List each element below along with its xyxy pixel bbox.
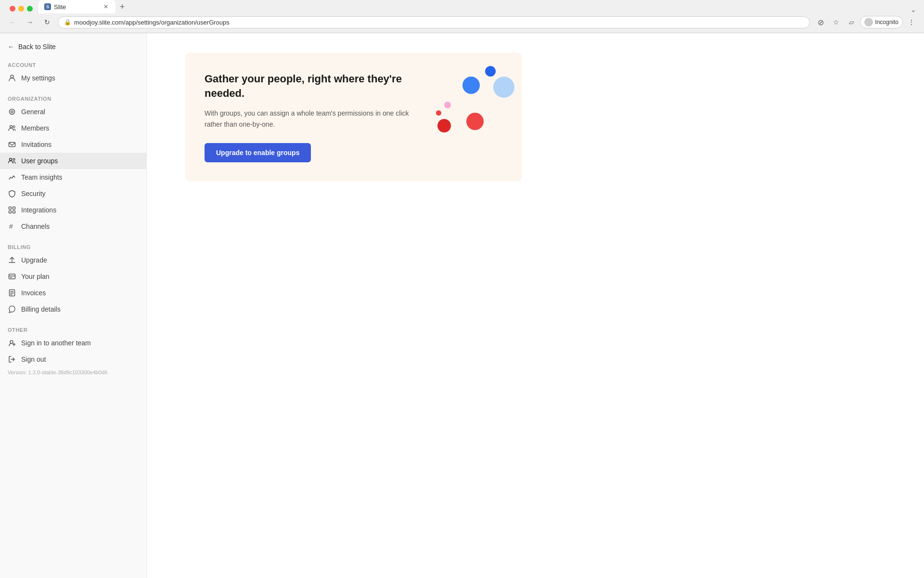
sidebar-item-channels[interactable]: # Channels — [0, 218, 146, 235]
sidebar-item-invitations[interactable]: Invitations — [0, 136, 146, 153]
svg-rect-10 — [9, 211, 12, 213]
card-text: Gather your people, right where they're … — [205, 72, 411, 162]
svg-point-2 — [11, 111, 13, 113]
sidebar-item-general[interactable]: General — [0, 104, 146, 120]
invitations-icon — [8, 140, 16, 149]
svg-point-6 — [10, 158, 12, 161]
main-content: Gather your people, right where they're … — [147, 33, 924, 578]
circle-blue-medium — [462, 77, 480, 94]
svg-point-3 — [10, 126, 13, 128]
browser-menu-button[interactable]: ⋮ — [905, 15, 918, 29]
card-title: Gather your people, right where they're … — [205, 72, 411, 100]
svg-rect-13 — [9, 274, 15, 279]
svg-point-0 — [11, 75, 13, 78]
your-plan-icon — [8, 272, 16, 281]
team-insights-icon — [8, 173, 16, 182]
security-icon: 🔒 — [64, 19, 71, 26]
other-section-label: OTHER — [0, 323, 146, 335]
integrations-label: Integrations — [21, 206, 56, 214]
integrations-icon — [8, 206, 16, 214]
window-controls — [10, 6, 33, 12]
sidebar-item-team-insights[interactable]: Team insights — [0, 169, 146, 185]
tab-favicon: S — [44, 3, 51, 10]
upgrade-button[interactable]: Upgrade to enable groups — [205, 143, 311, 162]
sidebar-item-my-settings[interactable]: My settings — [0, 70, 146, 86]
app-layout: ← Back to Slite ACCOUNT My settings ORGA… — [0, 33, 924, 578]
sidebar-item-members[interactable]: Members — [0, 120, 146, 136]
back-to-slite-button[interactable]: ← Back to Slite — [0, 39, 146, 58]
billing-details-icon — [8, 305, 16, 314]
sidebar-item-security[interactable]: Security — [0, 185, 146, 202]
general-icon — [8, 107, 16, 116]
minimize-window-button[interactable] — [18, 6, 24, 12]
sign-in-another-label: Sign in to another team — [21, 339, 91, 347]
svg-rect-14 — [10, 277, 12, 278]
billing-details-label: Billing details — [21, 305, 61, 313]
camera-off-icon[interactable]: ⊘ — [814, 15, 827, 29]
back-label: Back to Slite — [18, 43, 56, 51]
sign-in-another-icon — [8, 339, 16, 347]
svg-point-7 — [13, 158, 15, 160]
circle-red-medium-left — [437, 119, 451, 132]
split-view-icon[interactable]: ▱ — [845, 15, 858, 29]
toolbar-icons: ⊘ ☆ ▱ Incognito ⋮ — [814, 15, 918, 29]
invoices-label: Invoices — [21, 289, 46, 297]
sidebar-item-invoices[interactable]: Invoices — [0, 285, 146, 301]
promo-card: Gather your people, right where they're … — [185, 53, 522, 182]
billing-section-label: BILLING — [0, 240, 146, 252]
circle-pink-small — [444, 102, 451, 108]
version-text: Version: 1.2.0-stable-38d9c103300e4b0d6 — [0, 368, 146, 379]
address-bar-row: ← → ↻ 🔒 moodjoy.slite.com/app/settings/o… — [0, 13, 924, 33]
circle-orange-red-large — [466, 113, 484, 130]
channels-icon: # — [8, 222, 16, 231]
maximize-window-button[interactable] — [27, 6, 33, 12]
security-nav-icon — [8, 189, 16, 198]
browser-chrome: S Slite ✕ + ⌄ ← → ↻ 🔒 moodjoy.slite.com/… — [0, 0, 924, 33]
tab-strip-menu[interactable]: ⌄ — [911, 6, 916, 13]
upgrade-icon — [8, 256, 16, 264]
sidebar-item-your-plan[interactable]: Your plan — [0, 268, 146, 285]
team-insights-label: Team insights — [21, 173, 63, 181]
bookmark-icon[interactable]: ☆ — [829, 15, 843, 29]
active-tab[interactable]: S Slite ✕ — [38, 0, 116, 13]
profile-button[interactable]: Incognito — [860, 16, 903, 28]
sidebar-item-billing-details[interactable]: Billing details — [0, 301, 146, 317]
sidebar-item-user-groups[interactable]: User groups — [0, 153, 146, 169]
svg-point-16 — [10, 341, 13, 343]
circles-decoration — [407, 53, 522, 182]
channels-label: Channels — [21, 223, 50, 230]
invitations-label: Invitations — [21, 141, 51, 148]
upgrade-label: Upgrade — [21, 256, 47, 264]
svg-rect-9 — [13, 207, 15, 210]
sidebar-item-upgrade[interactable]: Upgrade — [0, 252, 146, 268]
tab-close-button[interactable]: ✕ — [102, 3, 110, 11]
circle-red-tiny — [436, 110, 441, 116]
tab-title: Slite — [54, 3, 66, 11]
user-groups-label: User groups — [21, 157, 58, 165]
general-label: General — [21, 108, 45, 116]
sidebar-item-integrations[interactable]: Integrations — [0, 202, 146, 218]
reload-button[interactable]: ↻ — [40, 15, 54, 29]
sign-out-icon — [8, 355, 16, 364]
incognito-label: Incognito — [875, 19, 898, 26]
sidebar-item-sign-in-another[interactable]: Sign in to another team — [0, 335, 146, 351]
svg-rect-11 — [13, 211, 15, 213]
back-button[interactable]: ← — [6, 15, 19, 29]
security-label: Security — [21, 190, 46, 197]
circle-blue-small — [485, 66, 496, 77]
sidebar-item-sign-out[interactable]: Sign out — [0, 351, 146, 368]
account-section-label: ACCOUNT — [0, 58, 146, 70]
new-tab-button[interactable]: + — [116, 0, 129, 13]
organization-section-label: ORGANIZATION — [0, 92, 146, 104]
profile-avatar — [864, 18, 873, 26]
forward-button[interactable]: → — [23, 15, 37, 29]
user-groups-icon — [8, 157, 16, 165]
close-window-button[interactable] — [10, 6, 15, 12]
card-description: With groups, you can assign a whole team… — [205, 108, 411, 130]
svg-point-4 — [13, 126, 15, 128]
sign-out-label: Sign out — [21, 355, 46, 363]
address-bar[interactable]: 🔒 moodjoy.slite.com/app/settings/organiz… — [58, 16, 810, 28]
circle-lightblue-large — [493, 77, 514, 98]
invoices-icon — [8, 289, 16, 297]
members-icon — [8, 124, 16, 132]
